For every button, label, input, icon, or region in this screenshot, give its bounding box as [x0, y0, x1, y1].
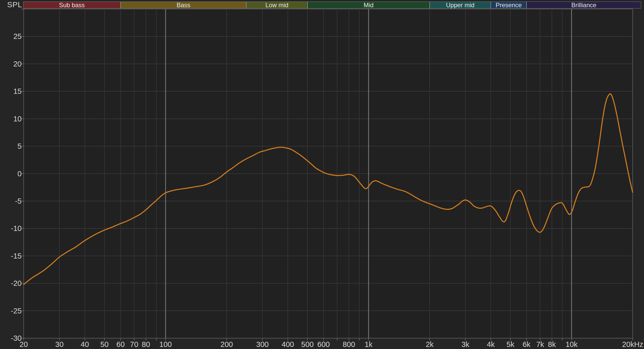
band-low-mid: Low mid: [246, 2, 307, 9]
band-label: Sub bass: [59, 2, 85, 8]
x-tick-label-30: 30: [55, 340, 64, 348]
x-tick-label-20000: 20kHz: [622, 340, 643, 348]
y-tick-label--20: -20: [0, 279, 22, 287]
x-tick-label-7000: 7k: [536, 340, 544, 348]
y-tick-label--10: -10: [0, 225, 22, 232]
y-tick-label--30: -30: [0, 334, 22, 342]
x-tick-label-50: 50: [100, 340, 108, 348]
y-tick-label-5: 5: [0, 142, 22, 150]
plot-svg: [0, 0, 644, 349]
y-tick-label-15: 15: [0, 87, 22, 95]
y-tick-label-20: 20: [0, 60, 22, 68]
x-tick-label-10000: 10k: [565, 340, 578, 348]
frequency-response-chart: SPL Sub bassBassLow midMidUpper midPrese…: [0, 0, 644, 349]
band-presence: Presence: [491, 2, 527, 9]
band-label: Presence: [496, 2, 522, 8]
x-tick-label-6000: 6k: [523, 340, 531, 348]
band-label: Mid: [363, 2, 374, 8]
x-tick-label-300: 300: [256, 340, 269, 348]
x-tick-label-500: 500: [301, 340, 313, 348]
band-bass: Bass: [121, 2, 246, 9]
x-tick-label-70: 70: [130, 340, 138, 348]
x-tick-label-1000: 1k: [365, 340, 372, 348]
x-tick-label-80: 80: [142, 340, 150, 348]
y-tick-label--5: -5: [0, 197, 22, 205]
x-tick-label-8000: 8k: [548, 340, 556, 348]
spl-axis-title: SPL: [0, 1, 22, 9]
x-tick-label-2000: 2k: [426, 340, 434, 348]
x-tick-label-60: 60: [116, 340, 125, 348]
band-label: Upper mid: [446, 2, 474, 8]
y-tick-label--15: -15: [0, 252, 22, 260]
frequency-band-strip: Sub bassBassLow midMidUpper midPresenceB…: [23, 2, 641, 9]
x-tick-label-800: 800: [343, 340, 355, 348]
x-tick-label-200: 200: [221, 340, 233, 348]
band-label: Bass: [176, 2, 190, 8]
x-tick-label-100: 100: [159, 340, 172, 348]
band-brilliance: Brilliance: [527, 2, 641, 9]
x-tick-label-3000: 3k: [461, 340, 469, 348]
y-tick-label-25: 25: [0, 32, 22, 40]
x-tick-label-4000: 4k: [487, 340, 495, 348]
x-tick-label-40: 40: [81, 340, 89, 348]
band-sub-bass: Sub bass: [23, 2, 121, 9]
y-tick-label--25: -25: [0, 307, 22, 315]
band-mid: Mid: [308, 2, 430, 9]
x-tick-label-5000: 5k: [506, 340, 514, 348]
y-tick-label-0: 0: [0, 170, 22, 178]
y-tick-label-10: 10: [0, 115, 22, 123]
band-label: Brilliance: [571, 2, 596, 8]
band-upper-mid: Upper mid: [430, 2, 491, 9]
band-label: Low mid: [265, 2, 288, 8]
x-tick-label-400: 400: [282, 340, 294, 348]
x-tick-label-600: 600: [317, 340, 330, 348]
x-tick-label-20: 20: [20, 340, 28, 348]
